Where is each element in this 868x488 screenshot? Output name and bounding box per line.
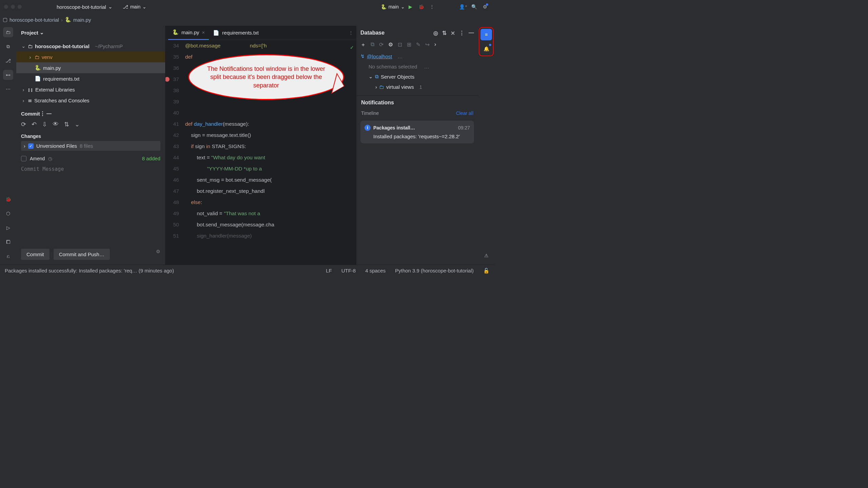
tree-root[interactable]: ⌄ 🗀 horoscope-bot-tutorial ~/PycharmP <box>16 41 165 52</box>
breadcrumb-root[interactable]: horoscope-bot-tutorial <box>9 17 59 23</box>
status-indent[interactable]: 4 spaces <box>365 268 386 273</box>
status-message[interactable]: Packages installed successfully: Install… <box>5 268 174 273</box>
chevron-down-icon[interactable]: ⌄ <box>40 29 44 36</box>
tab-more-icon[interactable]: ⋮ <box>349 30 353 36</box>
duplicate-icon[interactable]: ⧉ <box>371 41 374 48</box>
line-number[interactable]: 40 <box>165 107 179 118</box>
line-number[interactable]: 34 <box>165 40 179 51</box>
breadcrumb-file[interactable]: main.py <box>73 17 91 23</box>
db-ellipsis[interactable]: … <box>398 54 403 59</box>
refresh-icon[interactable]: ⟳ <box>379 41 383 48</box>
line-number[interactable]: 45 <box>165 163 179 174</box>
traffic-light-max[interactable] <box>18 5 22 9</box>
structure-tool-button[interactable]: ⧉ <box>3 41 13 52</box>
changes-row-unversioned[interactable]: › ✓ Unversioned Files 8 files <box>21 141 160 151</box>
commit-button[interactable]: Commit <box>21 249 50 260</box>
minimize-icon[interactable]: — <box>469 30 474 36</box>
stop-icon[interactable]: ⊡ <box>398 41 402 48</box>
search-icon[interactable]: 🔍 <box>470 3 478 11</box>
chevron-right-icon[interactable]: › <box>434 41 436 48</box>
commit-tool-button[interactable]: ⊷ <box>3 70 13 80</box>
line-number[interactable]: 44 <box>165 152 179 163</box>
tree-item-main[interactable]: 🐍 main.py <box>16 62 165 73</box>
table-icon[interactable]: ⊞ <box>407 41 411 48</box>
line-number[interactable]: 38 <box>165 85 179 96</box>
line-number[interactable]: 49 <box>165 208 179 219</box>
db-no-schemas[interactable]: No schemas selected … <box>360 61 474 72</box>
clear-all-button[interactable]: Clear all <box>456 110 473 116</box>
amend-checkbox[interactable] <box>21 156 26 161</box>
vcs-tool-button[interactable]: ⎇ <box>3 56 13 66</box>
target-icon[interactable]: ◎ <box>433 30 438 36</box>
status-line-ending[interactable]: LF <box>326 268 332 273</box>
notification-card[interactable]: i Packages install… 09:27 Installed pack… <box>360 121 474 143</box>
line-number[interactable]: 48 <box>165 197 179 208</box>
traffic-light-close[interactable] <box>4 5 8 9</box>
line-number[interactable]: 47 <box>165 185 179 197</box>
shelve-icon[interactable]: ⇩ <box>42 121 47 128</box>
line-number[interactable]: 35 <box>165 51 179 62</box>
edit-icon[interactable]: ✎ <box>416 41 420 48</box>
commit-push-button[interactable]: Commit and Push… <box>54 249 110 260</box>
db-server-objects[interactable]: ⌄ ⧉ Server Objects <box>360 72 474 82</box>
expand-icon[interactable]: ⇅ <box>442 30 447 36</box>
line-number[interactable]: 41 <box>165 118 179 129</box>
close-tab-icon[interactable]: × <box>202 29 205 35</box>
lock-icon[interactable]: 🔓 <box>483 268 490 274</box>
db-host[interactable]: @localhost <box>367 54 392 59</box>
expand-icon[interactable]: ⇅ <box>64 121 69 128</box>
db-ellipsis[interactable]: … <box>424 64 429 69</box>
database-tool-button[interactable]: ≡ <box>480 29 492 40</box>
status-encoding[interactable]: UTF-8 <box>341 268 356 273</box>
tree-item-extlib[interactable]: › ⫿⫿ External Libraries <box>16 84 165 95</box>
terminal-tool-button[interactable]: ⧠ <box>3 237 13 247</box>
run-tool-button[interactable]: ▷ <box>3 223 13 233</box>
history-icon[interactable]: ◷ <box>48 156 52 161</box>
more-icon[interactable]: ⋮ <box>459 30 465 36</box>
add-datasource-icon[interactable]: ＋ <box>360 41 366 48</box>
services-tool-button[interactable]: ⬡ <box>3 208 13 219</box>
rollback-icon[interactable]: ↶ <box>32 121 37 128</box>
project-dropdown[interactable]: horoscope-bot-tutorial ⌄ <box>57 4 113 10</box>
traffic-light-min[interactable] <box>11 5 15 9</box>
settings-icon[interactable]: ⚙ <box>388 41 393 48</box>
status-interpreter[interactable]: Python 3.9 (horoscope-bot-tutorial) <box>395 268 474 273</box>
more-tool-button[interactable]: ⋯ <box>3 84 13 94</box>
tree-item-scratches[interactable]: › ≣ Scratches and Consoles <box>16 95 165 106</box>
settings-icon[interactable]: ⚙ <box>481 3 489 11</box>
debug-tool-button[interactable]: 🐞 <box>3 194 13 204</box>
commit-message-input[interactable]: Commit Message <box>16 166 165 172</box>
line-number[interactable]: 36 <box>165 62 179 74</box>
more-icon[interactable]: ⋮ <box>428 3 436 11</box>
db-source-row[interactable]: ↯ @localhost … <box>360 51 474 61</box>
code-with-me-icon[interactable]: 👤⁺ <box>459 3 467 11</box>
run-button[interactable]: ▶ <box>406 3 414 11</box>
line-number[interactable]: 50 <box>165 219 179 230</box>
tree-item-requirements[interactable]: 📄 requirements.txt <box>16 73 165 84</box>
branch-dropdown[interactable]: ⎇ main ⌄ <box>123 4 146 9</box>
collapse-icon[interactable]: ⤫ <box>451 30 455 36</box>
commit-settings-icon[interactable]: ⚙ <box>156 249 160 260</box>
show-diff-icon[interactable]: 👁 <box>53 121 59 128</box>
line-number[interactable]: 39 <box>165 96 179 107</box>
more-icon[interactable]: ⋮ <box>40 110 45 116</box>
debug-button[interactable]: 🐞 <box>417 3 425 11</box>
inspections-ok-icon[interactable]: ✓ <box>350 42 354 53</box>
tab-main[interactable]: 🐍 main.py × <box>168 26 209 40</box>
project-tool-button[interactable]: 🗀 <box>3 27 13 37</box>
run-config-dropdown[interactable]: 🐍 main ⌄ <box>381 4 405 9</box>
tab-requirements[interactable]: 📄 requirements.txt <box>209 26 263 40</box>
problems-tool-button[interactable]: ⚠ <box>480 250 492 261</box>
refresh-icon[interactable]: ⟳ <box>21 121 26 128</box>
breakpoint-icon[interactable] <box>165 77 170 82</box>
git-tool-button[interactable]: ⎌ <box>3 251 13 261</box>
line-number[interactable]: 51 <box>165 230 179 241</box>
notifications-tool-button[interactable]: 🔔 <box>480 43 492 55</box>
tree-item-venv[interactable]: › 🗀 venv <box>16 52 165 62</box>
checkbox-checked[interactable]: ✓ <box>28 143 34 149</box>
jump-icon[interactable]: ↪ <box>425 41 430 48</box>
line-number[interactable]: 46 <box>165 174 179 185</box>
minimize-icon[interactable]: — <box>46 110 52 116</box>
line-number[interactable]: 37 <box>165 74 179 85</box>
db-virtual-views[interactable]: › 🗀 virtual views 1 <box>360 82 474 92</box>
